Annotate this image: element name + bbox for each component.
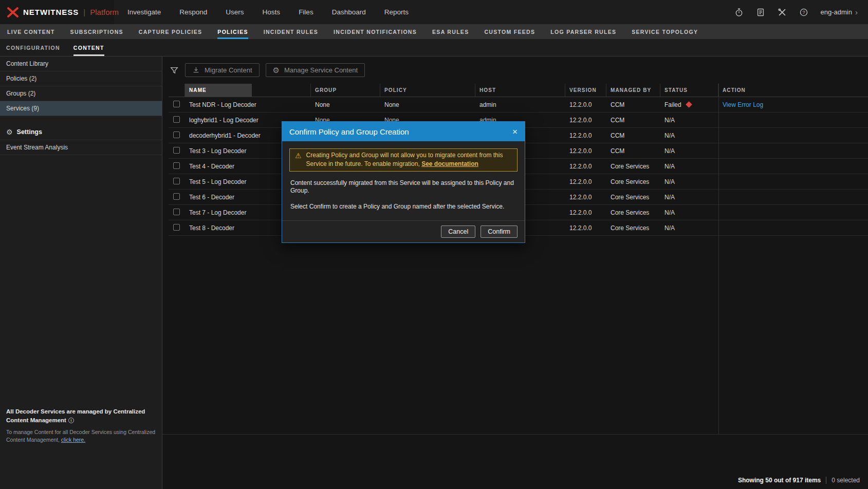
subnav-incident-rules[interactable]: INCIDENT RULES [264, 24, 318, 39]
migrate-content-label: Migrate Content [205, 66, 252, 74]
nav-dashboard[interactable]: Dashboard [332, 8, 366, 16]
column-header-managed-by[interactable]: MANAGED BY [606, 84, 660, 97]
manage-service-content-button[interactable]: ⚙ Manage Service Content [266, 63, 365, 77]
warning-icon: ⚠ [295, 151, 302, 161]
migrate-content-button[interactable]: Migrate Content [185, 63, 260, 77]
view-error-log-link[interactable]: View Error Log [723, 101, 763, 108]
sidebar-item-content-library[interactable]: Content Library [0, 57, 162, 71]
cell-managed-by: CCM [606, 101, 660, 108]
top-right-controls: ? eng-admin › [734, 8, 868, 17]
gear-icon: ⚙ [6, 128, 13, 136]
sidebar-settings-header: ⚙ Settings [0, 124, 162, 140]
cell-version: 12.2.0.0 [565, 163, 606, 170]
row-checkbox-cell [169, 162, 185, 171]
tab-content[interactable]: CONTENT [73, 39, 104, 56]
user-menu[interactable]: eng-admin › [821, 8, 858, 16]
timer-icon[interactable] [734, 8, 744, 17]
cell-version: 12.2.0.0 [565, 117, 606, 124]
cell-managed-by: Core Services [606, 178, 660, 185]
sidebar-item-event-stream-analysis[interactable]: Event Stream Analysis [0, 140, 162, 155]
row-checkbox[interactable] [173, 178, 180, 184]
admin-sub-nav: LIVE CONTENT SUBSCRIPTIONS CAPTURE POLIC… [0, 24, 868, 39]
row-checkbox[interactable] [173, 116, 180, 123]
dialog-paragraph-2: Select Confirm to create a Policy and Gr… [290, 203, 516, 211]
brand[interactable]: NETWITNESS | Platform [0, 0, 114, 24]
subnav-live-content[interactable]: LIVE CONTENT [7, 24, 55, 39]
services-toolbar: Migrate Content ⚙ Manage Service Content [162, 57, 868, 77]
nav-investigate[interactable]: Investigate [127, 8, 161, 16]
cell-status: N/A [660, 209, 718, 216]
filter-icon[interactable] [170, 66, 179, 75]
sidebar: Content Library Policies (2) Groups (2) … [0, 57, 162, 489]
nav-hosts[interactable]: Hosts [263, 8, 281, 16]
subnav-subscriptions[interactable]: SUBSCRIPTIONS [70, 24, 123, 39]
dialog-title: Confirm Policy and Group Creation [289, 127, 409, 136]
cell-name: Test NDR - Log Decoder [185, 101, 311, 108]
row-checkbox[interactable] [173, 131, 180, 138]
column-header-status[interactable]: STATUS [660, 84, 718, 97]
column-header-name[interactable]: NAME [185, 84, 311, 97]
row-checkbox-cell [169, 116, 185, 124]
row-checkbox[interactable] [173, 209, 180, 215]
subnav-esa-rules[interactable]: ESA RULES [432, 24, 469, 39]
chevron-right-icon: › [855, 8, 858, 16]
cell-status: N/A [660, 163, 718, 170]
cell-managed-by: Core Services [606, 163, 660, 170]
sidebar-footer: All Decoder Services are managed by Cent… [0, 407, 162, 444]
column-header-policy[interactable]: POLICY [380, 84, 475, 97]
cancel-button[interactable]: Cancel [441, 225, 475, 238]
row-checkbox[interactable] [173, 224, 180, 231]
column-header-host[interactable]: HOST [475, 84, 565, 97]
cell-status: N/A [660, 117, 718, 124]
cell-status: N/A [660, 178, 718, 185]
tab-configuration[interactable]: CONFIGURATION [6, 39, 60, 56]
subnav-capture-policies[interactable]: CAPTURE POLICIES [139, 24, 202, 39]
cell-version: 12.2.0.0 [565, 178, 606, 185]
row-checkbox-cell [169, 193, 185, 201]
status-bar: Showing 50 out of 917 items 0 selected [738, 477, 860, 484]
cell-action: View Error Log [718, 101, 868, 108]
ccm-notice-text: All Decoder Services are managed by Cent… [6, 408, 145, 423]
sidebar-item-groups[interactable]: Groups (2) [0, 86, 162, 101]
column-header-version[interactable]: VERSION [565, 84, 606, 97]
cell-managed-by: Core Services [606, 194, 660, 201]
cell-host: admin [475, 101, 565, 108]
policies-tabs: CONFIGURATION CONTENT [0, 39, 868, 57]
cell-status: Failed [660, 101, 718, 108]
subnav-incident-notifications[interactable]: INCIDENT NOTIFICATIONS [334, 24, 417, 39]
subnav-log-parser-rules[interactable]: LOG PARSER RULES [550, 24, 616, 39]
nav-respond[interactable]: Respond [179, 8, 207, 16]
nav-users[interactable]: Users [226, 8, 244, 16]
help-icon[interactable]: ? [799, 8, 808, 17]
see-documentation-link[interactable]: See documentation [421, 160, 478, 167]
selected-count-label: 0 selected [832, 477, 860, 484]
confirm-button[interactable]: Confirm [481, 225, 518, 238]
sidebar-item-policies[interactable]: Policies (2) [0, 71, 162, 86]
sidebar-item-services[interactable]: Services (9) [0, 101, 162, 116]
report-icon[interactable] [756, 8, 765, 17]
manage-service-content-label: Manage Service Content [284, 66, 358, 74]
close-icon[interactable]: × [512, 127, 518, 136]
cell-status: N/A [660, 194, 718, 201]
status-text: Failed [664, 101, 681, 108]
column-header-group[interactable]: GROUP [311, 84, 380, 97]
subnav-policies[interactable]: POLICIES [217, 24, 248, 39]
subnav-custom-feeds[interactable]: CUSTOM FEEDS [484, 24, 535, 39]
column-header-action[interactable]: ACTION [718, 84, 868, 97]
cell-status: N/A [660, 132, 718, 139]
row-checkbox[interactable] [173, 147, 180, 154]
nav-reports[interactable]: Reports [384, 8, 409, 16]
netwitness-logo-icon [7, 7, 19, 17]
status-action-column-divider [718, 83, 719, 434]
click-here-link[interactable]: click here. [61, 437, 85, 443]
nav-files[interactable]: Files [299, 8, 313, 16]
cell-version: 12.2.0.0 [565, 132, 606, 139]
admin-tools-icon[interactable] [778, 8, 787, 17]
row-checkbox[interactable] [173, 101, 180, 107]
table-bottom-border [162, 434, 868, 435]
subnav-service-topology[interactable]: SERVICE TOPOLOGY [632, 24, 698, 39]
info-icon[interactable]: i [68, 418, 74, 423]
cell-managed-by: Core Services [606, 224, 660, 232]
row-checkbox[interactable] [173, 193, 180, 200]
row-checkbox[interactable] [173, 162, 180, 169]
